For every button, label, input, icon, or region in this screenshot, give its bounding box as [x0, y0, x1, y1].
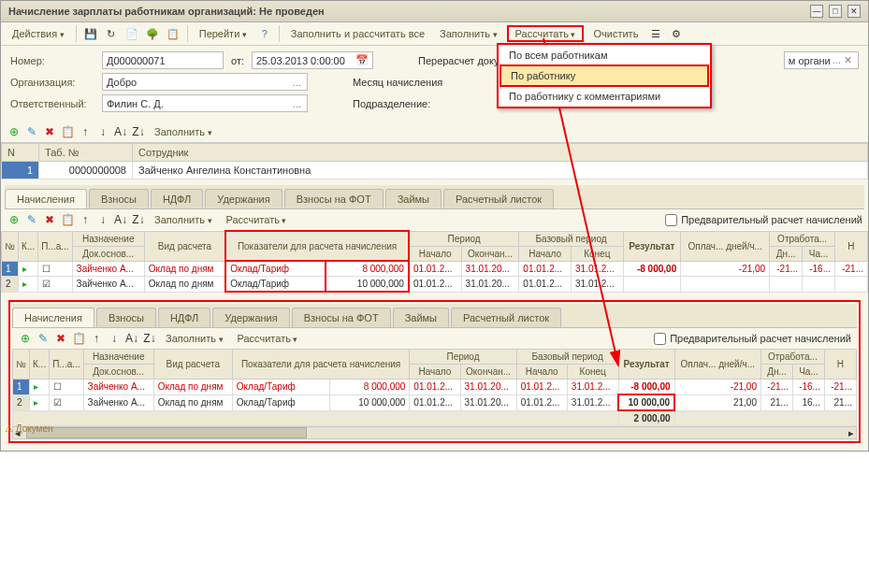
tab-3[interactable]: Удержания [205, 189, 282, 208]
tab-5[interactable]: Займы [393, 308, 449, 327]
copy-icon[interactable]: 📋 [71, 331, 86, 346]
preview-checkbox2[interactable] [654, 333, 666, 345]
date-input[interactable]: 25.03.2013 0:00:00📅 [252, 51, 373, 69]
table-row[interactable]: 2 ▸ ☑ Зайченко А... Оклад по дням Оклад/… [2, 277, 868, 293]
clear-button[interactable]: Очистить [587, 26, 644, 41]
edit-icon[interactable]: ✎ [36, 331, 51, 346]
table-row[interactable]: 1 ▸ ☐ Зайченко А... Оклад по дням Оклад/… [2, 261, 868, 277]
dd-by-worker[interactable]: По работнику [500, 65, 709, 87]
calc-menu[interactable]: Рассчитать [510, 26, 582, 41]
up-icon[interactable]: ↑ [89, 331, 104, 346]
tab-6[interactable]: Расчетный листок [451, 308, 561, 327]
refresh-icon[interactable]: ↻ [103, 25, 120, 42]
tab-4[interactable]: Взносы на ФОТ [284, 189, 384, 208]
preview-label: Предварительный расчет начислений [681, 214, 862, 225]
h-scrollbar[interactable]: ◂ ▸ [12, 426, 857, 439]
close-button[interactable]: ✕ [847, 5, 861, 18]
down-icon[interactable]: ↓ [95, 212, 110, 227]
sub-calc[interactable]: Рассчитать [221, 212, 293, 227]
table-row[interactable]: 2 ▸ ☑ Зайченко А... Оклад по дням Оклад/… [13, 394, 857, 410]
minimize-button[interactable]: — [810, 5, 823, 18]
sort-za-icon[interactable]: Z↓ [131, 124, 146, 139]
up-icon[interactable]: ↑ [78, 212, 93, 227]
sub-fill[interactable]: Заполнить [149, 212, 218, 227]
add-icon[interactable]: ⊕ [7, 212, 22, 227]
dd-all-workers[interactable]: По всем работникам [500, 46, 709, 65]
num-input[interactable]: Д000000071 [102, 51, 224, 69]
tree-icon[interactable]: 🌳 [144, 25, 161, 42]
copy-icon[interactable]: 📋 [60, 212, 75, 227]
window-title: Начисление зарплаты работникам организац… [8, 6, 325, 17]
tab-3[interactable]: Удержания [212, 308, 289, 327]
data-grid: №К...П...а...НазначениеВид расчетаПоказа… [12, 349, 857, 426]
edit-icon[interactable]: ✎ [24, 124, 39, 139]
dots-icon[interactable]: ... ✕ [831, 54, 854, 66]
from-label: от: [231, 55, 244, 66]
tab-1[interactable]: Взносы [89, 189, 149, 208]
tab-0[interactable]: Начисления [12, 308, 94, 327]
settings-icon[interactable]: ⚙ [668, 25, 685, 42]
add-icon[interactable]: ⊕ [7, 124, 22, 139]
num-label: Номер: [10, 55, 94, 66]
tab-4[interactable]: Взносы на ФОТ [292, 308, 391, 327]
tab-6[interactable]: Расчетный листок [443, 189, 554, 208]
recalc-input[interactable]: м органи... ✕ [784, 51, 859, 69]
props-icon[interactable]: 📋 [165, 25, 181, 42]
table-row[interactable]: 10000000008Зайченко Ангелина Константино… [2, 162, 868, 179]
sort-az-icon[interactable]: A↓ [113, 124, 128, 139]
delete-icon[interactable]: ✖ [42, 124, 57, 139]
tab-2[interactable]: НДФЛ [151, 189, 203, 208]
copy-icon[interactable]: 📋 [60, 124, 75, 139]
tab-1[interactable]: Взносы [96, 308, 156, 327]
emp-toolbar: ⊕ ✎ ✖ 📋 ↑ ↓ A↓ Z↓ Заполнить [1, 122, 868, 143]
result-panel: НачисленияВзносыНДФЛУдержанияВзносы на Ф… [8, 300, 861, 443]
save-icon[interactable]: 💾 [82, 25, 99, 42]
goto-menu[interactable]: Перейти [194, 26, 253, 41]
org-label: Организация: [10, 77, 94, 88]
preview-label2: Предварительный расчет начислений [670, 333, 851, 344]
table-row[interactable]: 1 ▸ ☐ Зайченко А... Оклад по дням Оклад/… [13, 380, 857, 395]
titlebar: Начисление зарплаты работникам организац… [1, 1, 868, 22]
dots-icon[interactable]: ... [291, 77, 303, 88]
main-toolbar: Действия 💾 ↻ 📄 🌳 📋 Перейти ? Заполнить и… [1, 22, 868, 46]
dept-label: Подразделение: [353, 98, 430, 109]
list-icon[interactable]: ☰ [647, 25, 664, 42]
delete-icon[interactable]: ✖ [53, 331, 68, 346]
maximize-button[interactable]: □ [829, 5, 842, 18]
tab-0[interactable]: Начисления [5, 189, 87, 208]
sub-toolbar: ⊕ ✎ ✖ 📋 ↑ ↓ A↓ Z↓ Заполнить Рассчитать П… [1, 209, 868, 230]
resp-input[interactable]: Филин С. Д.... [102, 94, 308, 112]
calc-dropdown: По всем работникам По работнику По работ… [497, 43, 712, 108]
sort2-icon[interactable]: Z↓ [131, 212, 146, 227]
sort-icon[interactable]: A↓ [113, 212, 128, 227]
side-doc[interactable]: ⚠ Докумен [3, 422, 68, 436]
tab-5[interactable]: Займы [385, 189, 442, 208]
down-icon[interactable]: ↓ [107, 331, 122, 346]
sub-calc2[interactable]: Рассчитать [232, 331, 304, 346]
edit-icon[interactable]: ✎ [24, 212, 39, 227]
tabs: НачисленияВзносыНДФЛУдержанияВзносы на Ф… [5, 185, 864, 209]
fill-menu[interactable]: Заполнить [434, 26, 503, 41]
sub-fill2[interactable]: Заполнить [160, 331, 229, 346]
actions-menu[interactable]: Действия [7, 26, 70, 41]
dots-icon[interactable]: ... [291, 98, 303, 109]
month-label: Месяц начисления [353, 77, 442, 88]
delete-icon[interactable]: ✖ [42, 212, 57, 227]
down-icon[interactable]: ↓ [95, 124, 110, 139]
tab-2[interactable]: НДФЛ [158, 308, 210, 327]
calendar-icon[interactable]: 📅 [355, 54, 369, 66]
preview-checkbox[interactable] [665, 214, 677, 226]
doc-icon[interactable]: 📄 [123, 25, 140, 42]
dd-by-worker-comments[interactable]: По работнику с комментариями [500, 87, 709, 106]
employee-table: N Таб. № Сотрудник 10000000008Зайченко А… [1, 143, 868, 179]
up-icon[interactable]: ↑ [78, 124, 93, 139]
help-icon[interactable]: ? [256, 25, 273, 42]
org-input[interactable]: Добро... [102, 73, 308, 91]
fill-calc-all-button[interactable]: Заполнить и рассчитать все [285, 26, 430, 41]
sort-icon[interactable]: A↓ [124, 331, 139, 346]
data-grid: №К...П...а...НазначениеВид расчетаПоказа… [1, 230, 868, 293]
col-emp: Сотрудник [133, 144, 868, 162]
sort2-icon[interactable]: Z↓ [142, 331, 157, 346]
emp-fill-menu[interactable]: Заполнить [149, 124, 218, 139]
add-icon[interactable]: ⊕ [18, 331, 33, 346]
